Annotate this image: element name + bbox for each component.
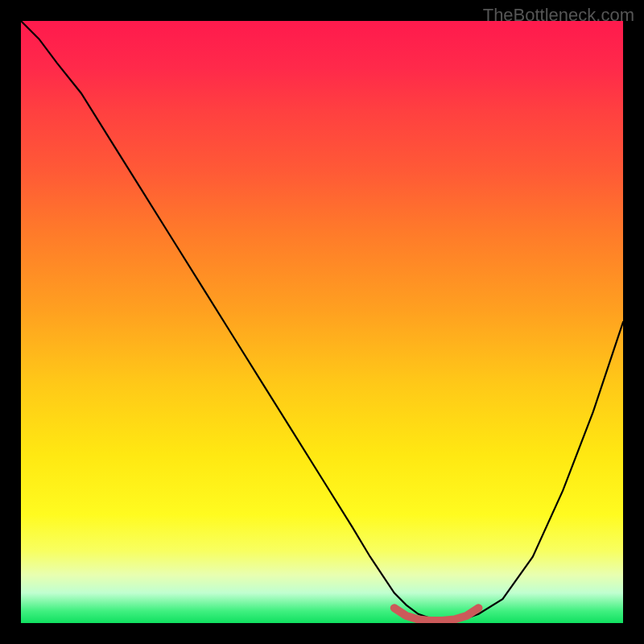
chart-svg (21, 21, 623, 623)
bottleneck-curve-path (21, 21, 623, 620)
optimal-zone-path (394, 608, 479, 621)
watermark-text: TheBottleneck.com (483, 5, 634, 26)
chart-area (21, 21, 623, 623)
